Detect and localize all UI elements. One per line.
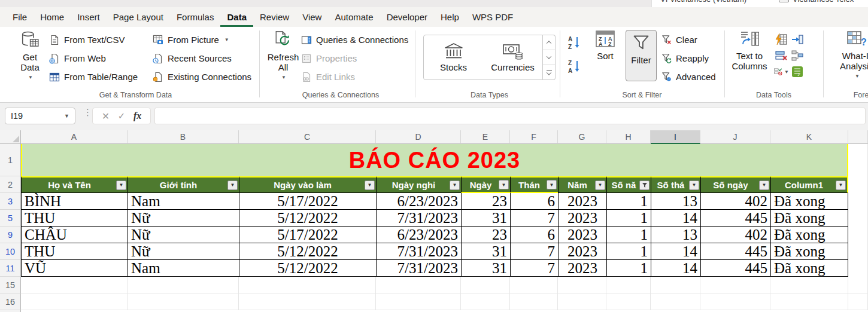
- remove-duplicates-button[interactable]: [773, 48, 789, 63]
- cell[interactable]: 445: [700, 243, 770, 260]
- cell[interactable]: 7: [510, 243, 558, 260]
- tab-page-layout[interactable]: Page Layout: [107, 7, 170, 27]
- gallery-scroll-down-button[interactable]: [543, 50, 555, 65]
- column-header-K[interactable]: K: [770, 130, 848, 144]
- cell[interactable]: [606, 277, 651, 293]
- cell[interactable]: 13: [651, 227, 700, 243]
- tab-view[interactable]: View: [296, 7, 328, 27]
- cell[interactable]: 5/12/2022: [239, 243, 376, 260]
- cell[interactable]: Nữ: [128, 210, 239, 227]
- header-cell-ngay-nghi[interactable]: Ngày nghỉ▼: [376, 176, 461, 193]
- tab-review[interactable]: Review: [253, 7, 296, 27]
- row-header-11[interactable]: 11: [0, 260, 21, 277]
- column-header-partial[interactable]: [848, 130, 868, 144]
- title-cell[interactable]: BÁO CÁO 2023: [21, 144, 848, 176]
- cell[interactable]: 23: [461, 227, 510, 243]
- sort-az-button[interactable]: AZ: [566, 34, 582, 51]
- cell[interactable]: [848, 227, 868, 243]
- cell[interactable]: 14: [651, 210, 700, 227]
- row-header-2[interactable]: 2: [0, 176, 21, 193]
- cell[interactable]: [848, 293, 868, 310]
- stocks-data-type[interactable]: Stocks: [424, 35, 483, 79]
- column-header-B[interactable]: B: [128, 130, 239, 144]
- cell[interactable]: 2023: [558, 243, 606, 260]
- cell[interactable]: [651, 277, 700, 293]
- cell[interactable]: [558, 293, 606, 310]
- recent-sources-button[interactable]: Recent Sources: [153, 49, 251, 68]
- filter-dropdown-button[interactable]: ▼: [365, 181, 375, 190]
- row-header-3[interactable]: 3: [0, 193, 21, 210]
- cell[interactable]: 6/23/2023: [376, 193, 461, 210]
- cell[interactable]: [558, 277, 606, 293]
- data-validation-button[interactable]: ▼: [773, 64, 789, 79]
- edit-links-button-disabled[interactable]: Edit Links: [301, 68, 408, 86]
- cell[interactable]: 445: [700, 210, 770, 227]
- cell[interactable]: 7: [510, 210, 558, 227]
- cell[interactable]: [510, 293, 558, 310]
- column-header-J[interactable]: J: [700, 130, 770, 144]
- header-cell-thang[interactable]: Thán▼: [510, 176, 558, 193]
- insert-function-icon[interactable]: fx: [133, 111, 141, 121]
- cell[interactable]: 6/23/2023: [376, 227, 461, 243]
- cell[interactable]: 1: [606, 260, 651, 277]
- filter-dropdown-button[interactable]: ▼: [547, 180, 557, 189]
- cell[interactable]: [848, 210, 868, 227]
- header-cell-so-ngay[interactable]: Số ngày▼: [700, 176, 770, 193]
- cell[interactable]: Đã xong: [770, 260, 848, 277]
- cell[interactable]: Nam: [128, 193, 239, 210]
- tab-wps-pdf[interactable]: WPS PDF: [466, 7, 520, 27]
- filter-dropdown-button[interactable]: ▼: [116, 181, 126, 190]
- from-text-csv-button[interactable]: From Text/CSV: [49, 30, 138, 49]
- cell[interactable]: 402: [700, 193, 770, 210]
- filter-dropdown-button[interactable]: ▼: [595, 181, 605, 190]
- row-header-9[interactable]: 9: [0, 227, 21, 243]
- existing-connections-button[interactable]: Existing Connections: [153, 68, 251, 86]
- cell[interactable]: [848, 176, 868, 193]
- cell[interactable]: [510, 277, 558, 293]
- manage-data-model-button[interactable]: ♪: [790, 64, 805, 79]
- column-header-F[interactable]: F: [510, 130, 558, 144]
- enter-icon[interactable]: ✓: [118, 111, 126, 121]
- column-header-D[interactable]: D: [376, 130, 461, 144]
- column-header-I-selected[interactable]: I: [651, 130, 700, 144]
- cell[interactable]: 2023: [558, 193, 606, 210]
- get-data-button[interactable]: Get Data▼: [13, 30, 47, 82]
- cell[interactable]: [21, 277, 128, 293]
- cell[interactable]: 1: [606, 227, 651, 243]
- cell[interactable]: 31: [461, 260, 510, 277]
- cell[interactable]: 31: [461, 243, 510, 260]
- cell[interactable]: 1: [606, 210, 651, 227]
- filter-dropdown-button[interactable]: ▼: [759, 181, 769, 190]
- cell[interactable]: 6: [510, 193, 558, 210]
- advanced-filter-button[interactable]: Advanced: [661, 68, 716, 86]
- cell[interactable]: 2023: [558, 210, 606, 227]
- header-cell-gioi-tinh[interactable]: Giới tính▼: [128, 176, 239, 193]
- tab-formulas[interactable]: Formulas: [170, 7, 221, 27]
- gallery-expand-button[interactable]: [543, 65, 555, 79]
- row-header-10[interactable]: 10: [0, 243, 21, 260]
- from-picture-button[interactable]: From Picture▼: [153, 30, 251, 49]
- header-cell-ngay[interactable]: Ngày▼: [461, 176, 510, 193]
- cell[interactable]: THU: [21, 210, 128, 227]
- row-header-15[interactable]: 15: [0, 277, 21, 293]
- cell[interactable]: 31: [461, 210, 510, 227]
- what-if-analysis-button[interactable]: ? What-If Analysis▼: [834, 30, 868, 81]
- flash-fill-button[interactable]: [773, 32, 789, 47]
- cancel-icon[interactable]: ✕: [102, 111, 110, 122]
- cell[interactable]: [848, 193, 868, 210]
- name-box[interactable]: I19 ▼: [5, 108, 75, 124]
- formula-input[interactable]: [154, 108, 866, 124]
- column-header-A[interactable]: A: [21, 130, 128, 144]
- cell[interactable]: [239, 277, 376, 293]
- tab-developer[interactable]: Developer: [380, 7, 434, 27]
- consolidate-button[interactable]: [790, 32, 805, 47]
- filter-dropdown-button[interactable]: ▼: [499, 180, 509, 189]
- cell[interactable]: Đã xong: [770, 193, 848, 210]
- filter-button-active[interactable]: Filter: [626, 30, 657, 81]
- cell[interactable]: 1: [606, 243, 651, 260]
- reapply-filter-button[interactable]: Reapply: [661, 49, 716, 68]
- column-header-C[interactable]: C: [239, 130, 376, 144]
- cell[interactable]: 445: [700, 260, 770, 277]
- cell[interactable]: CHÂU: [21, 227, 128, 243]
- cell[interactable]: 14: [651, 243, 700, 260]
